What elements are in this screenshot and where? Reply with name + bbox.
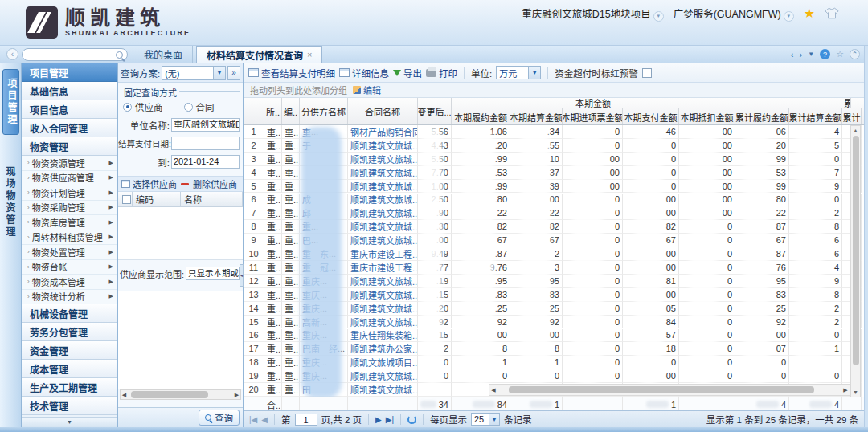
- supplier-grid-body[interactable]: [118, 207, 243, 260]
- contract-link[interactable]: 重庆佳翔集装箱...: [350, 329, 418, 342]
- radio-supplier[interactable]: 供应商: [123, 100, 163, 113]
- column-header-4[interactable]: 合同名称: [348, 98, 418, 125]
- chevron-down-icon[interactable]: ▾: [784, 11, 794, 22]
- sidebar-item-12[interactable]: ›物资台帐▶: [22, 260, 117, 275]
- column-header-3[interactable]: 分供方名称: [300, 98, 348, 125]
- contract-link[interactable]: 顺凯建筑文旅城...: [350, 383, 418, 396]
- detail-info-button[interactable]: 详细信息: [339, 67, 389, 79]
- project-selector[interactable]: 重庆融创文旅城D15地块项目▾: [522, 6, 663, 22]
- scrollbar-thumb[interactable]: [853, 136, 859, 365]
- grid-hscrollbar[interactable]: ◀▶: [489, 384, 850, 396]
- scroll-up-icon[interactable]: ▲: [851, 126, 860, 135]
- sidebar-item-11[interactable]: ›物资处置管理▶: [22, 245, 117, 260]
- settle-date-field[interactable]: [171, 137, 240, 150]
- view-settlement-detail-button[interactable]: 查看结算支付明细: [248, 67, 335, 79]
- star-outline-icon[interactable]: ☆: [836, 49, 844, 59]
- column-header-6[interactable]: 本期履约金额: [452, 108, 510, 125]
- contract-link[interactable]: 顺凯建筑文旅城...: [350, 234, 418, 247]
- overpay-warning-checkbox[interactable]: [642, 68, 652, 78]
- contract-link[interactable]: 重庆市建设工程...: [350, 247, 418, 260]
- sidebar-item-8[interactable]: ›物资采购管理▶: [22, 201, 117, 216]
- sidebar-item-19[interactable]: 生产及工期管理: [22, 378, 117, 397]
- scroll-right-icon[interactable]: ▶: [841, 387, 850, 393]
- sidebar-item-15[interactable]: 机械设备管理: [22, 304, 117, 323]
- unit-name-field[interactable]: 重庆融创文旅城D15地块: [171, 118, 240, 132]
- column-header-7[interactable]: 本期结算金额: [510, 108, 563, 125]
- query-button[interactable]: 查询: [199, 410, 240, 426]
- contract-link[interactable]: 顺凯建筑文旅城...: [350, 369, 418, 382]
- column-header-8[interactable]: 本期进项票金额: [563, 108, 623, 125]
- menu-search-input[interactable]: [22, 48, 128, 61]
- supplier-grid-col-code[interactable]: 编码: [133, 192, 181, 206]
- radio-contract[interactable]: 合同: [184, 100, 215, 113]
- refresh-icon[interactable]: [407, 415, 416, 424]
- chevron-down-icon[interactable]: ▾: [653, 11, 664, 22]
- query-panel-hscrollbar[interactable]: ◀▶: [120, 389, 241, 400]
- scrollbar-thumb[interactable]: [509, 386, 814, 393]
- perpage-select[interactable]: 25▼: [471, 413, 500, 426]
- theme-shirt-icon[interactable]: [825, 7, 839, 19]
- column-header-1[interactable]: 所..: [264, 98, 282, 125]
- edit-columns-button[interactable]: 编辑: [353, 84, 381, 96]
- scroll-left-icon[interactable]: ◀: [489, 387, 497, 393]
- sidebar-item-18[interactable]: 成本管理: [22, 360, 117, 378]
- sidebar-item-3[interactable]: 收入合同管理: [22, 119, 117, 137]
- scheme-more-button[interactable]: »: [227, 66, 240, 80]
- select-all-checkbox[interactable]: [122, 195, 131, 204]
- contract-link[interactable]: 顺凯建筑文旅城...: [350, 180, 418, 193]
- contract-link[interactable]: 顺凯建筑文旅城...: [350, 166, 418, 179]
- sidebar-item-1[interactable]: 基础信息: [22, 82, 117, 100]
- column-header-2[interactable]: 编..: [282, 98, 300, 125]
- delete-supplier-button[interactable]: 删除供应商: [193, 177, 237, 190]
- contract-link[interactable]: 顺凯建筑文旅城...: [350, 153, 418, 165]
- contract-link[interactable]: 顺凯建筑文旅城...: [350, 288, 418, 301]
- sidebar-item-2[interactable]: 项目信息: [22, 100, 117, 119]
- contract-link[interactable]: 重庆市建设工程...: [350, 261, 418, 274]
- sidebar-scroll-down-icon[interactable]: ▼: [22, 417, 117, 427]
- to-date-field[interactable]: 2021-01-24: [171, 155, 240, 169]
- sidebar-item-7[interactable]: ›物资计划管理▶: [22, 185, 117, 201]
- sidebar-item-9[interactable]: ›物资库房管理▶: [22, 215, 117, 230]
- sidebar-item-13[interactable]: ›物资成本管理▶: [22, 275, 117, 290]
- sidebar-item-0[interactable]: 项目管理: [22, 63, 117, 82]
- export-button[interactable]: 导出: [393, 67, 422, 79]
- scrollbar-thumb[interactable]: [131, 391, 208, 398]
- tab-list-dropdown-icon[interactable]: ▼: [808, 51, 814, 58]
- scroll-left-icon[interactable]: ◀: [121, 392, 128, 398]
- scroll-tabs-right-icon[interactable]: ›: [800, 50, 803, 59]
- module-tab-project-mgmt[interactable]: 项目管理: [2, 69, 19, 135]
- contract-link[interactable]: 顺凯建筑文旅城...: [350, 302, 418, 315]
- column-header-13[interactable]: 累计: [842, 108, 862, 125]
- sidebar-item-20[interactable]: 技术管理: [22, 397, 117, 415]
- sidebar-item-6[interactable]: ›物资供应商管理▶: [22, 171, 117, 186]
- sidebar-item-5[interactable]: ›物资资源管理▶: [22, 156, 117, 171]
- column-header-10[interactable]: 本期抵扣金额: [679, 108, 735, 125]
- contract-link[interactable]: 顺凯文旅城项目...: [350, 356, 418, 369]
- sidebar-item-17[interactable]: 资金管理: [22, 341, 117, 360]
- contract-link[interactable]: 钢材产品购销合同: [350, 125, 418, 138]
- select-supplier-button[interactable]: 选择供应商: [133, 177, 177, 190]
- range-select[interactable]: 只显示本期或欠付有值: [186, 267, 240, 280]
- contract-link[interactable]: 顺凯建筑文旅城...: [350, 194, 418, 206]
- page-number-input[interactable]: 1: [295, 414, 317, 426]
- column-header-5[interactable]: 变更后...: [418, 98, 452, 125]
- user-menu[interactable]: 广梦服务(GUANGMFW)▾: [674, 6, 794, 22]
- collapse-up-icon[interactable]: ⌃: [850, 49, 860, 59]
- help-icon[interactable]: ?: [820, 49, 830, 59]
- scroll-right-icon[interactable]: ▶: [233, 392, 240, 398]
- scroll-down-icon[interactable]: ▼: [851, 388, 860, 397]
- prev-page-icon[interactable]: ◀: [261, 415, 268, 424]
- grid-vscrollbar[interactable]: ▲▼: [850, 125, 861, 397]
- first-page-icon[interactable]: |◀: [249, 415, 257, 424]
- close-icon[interactable]: ×: [307, 50, 312, 59]
- scheme-select[interactable]: (无)▼: [162, 66, 226, 80]
- tab-desktop[interactable]: 我的桌面: [134, 46, 193, 63]
- contract-link[interactable]: 顺凯建筑文旅城...: [350, 206, 418, 219]
- sidebar-item-4[interactable]: 物资管理: [22, 137, 117, 156]
- scroll-tabs-left-icon[interactable]: ‹: [791, 50, 794, 59]
- column-header-12[interactable]: 累计结算金额: [789, 108, 842, 125]
- contract-link[interactable]: 顺凯建筑文旅城...: [350, 316, 418, 328]
- contract-link[interactable]: 顺凯建筑文旅城...: [350, 139, 418, 152]
- tab-material-settlement[interactable]: 材料结算支付情况查询×: [196, 46, 322, 63]
- contract-link[interactable]: 顺凯建筑办公家...: [350, 342, 418, 355]
